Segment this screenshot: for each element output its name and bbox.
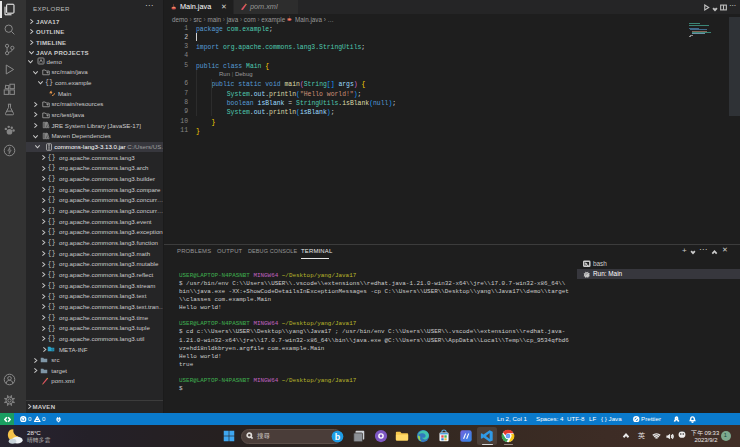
- svg-text:b: b: [335, 431, 341, 441]
